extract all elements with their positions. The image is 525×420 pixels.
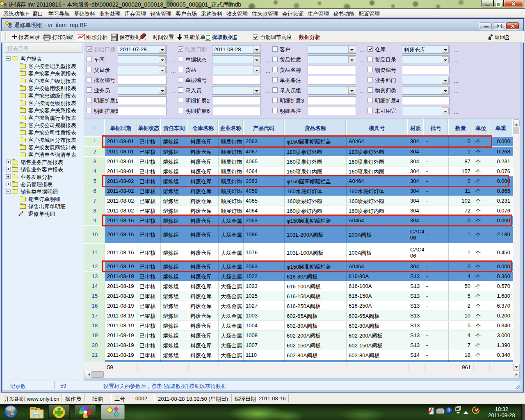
- svg-text:?: ?: [447, 408, 450, 413]
